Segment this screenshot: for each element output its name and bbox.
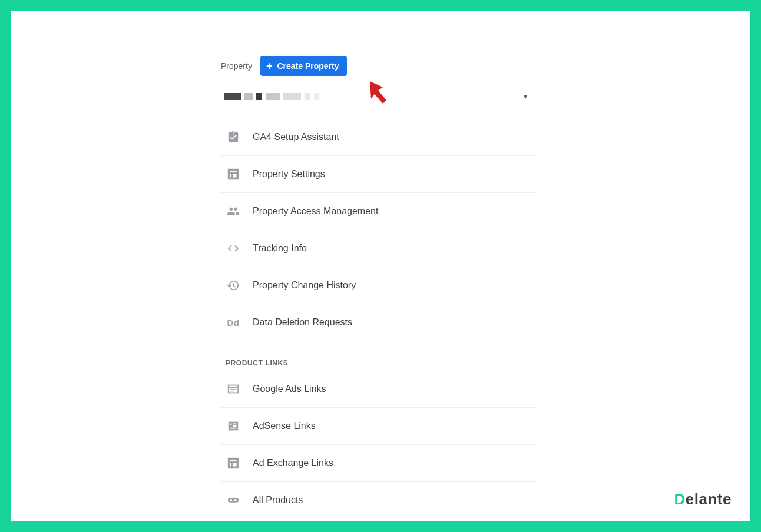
logo-rest: elante <box>686 490 732 508</box>
svg-point-10 <box>230 499 232 501</box>
section-header-product-links: PRODUCT LINKS <box>221 341 536 371</box>
menu-item-label: Ad Exchange Links <box>253 458 333 468</box>
menu-item-property-access-management[interactable]: Property Access Management <box>221 193 536 230</box>
menu-item-all-products[interactable]: All Products <box>221 482 536 518</box>
menu-item-label: Property Change History <box>253 280 356 291</box>
menu-item-label: Tracking Info <box>253 243 307 254</box>
people-icon <box>226 204 241 219</box>
property-admin-panel: Property + Create Property ▼ GA4 Setup A… <box>221 56 536 518</box>
menu-item-tracking-info[interactable]: Tracking Info <box>221 230 536 267</box>
logo-first-letter: D <box>674 490 686 508</box>
menu-item-label: Property Access Management <box>253 206 378 217</box>
menu-item-ad-exchange-links[interactable]: Ad Exchange Links <box>221 445 536 482</box>
layout-icon <box>226 455 241 471</box>
property-label: Property <box>221 61 252 71</box>
property-header: Property + Create Property <box>221 56 536 76</box>
property-selector[interactable]: ▼ <box>221 89 536 108</box>
menu-item-property-settings[interactable]: Property Settings <box>221 156 536 193</box>
delante-logo: Delante <box>674 490 732 508</box>
svg-rect-0 <box>229 385 239 393</box>
menu-item-data-deletion-requests[interactable]: Dd Data Deletion Requests <box>221 304 536 341</box>
link-icon <box>226 493 241 508</box>
menu-item-ga4-setup-assistant[interactable]: GA4 Setup Assistant <box>221 119 536 156</box>
ads-icon <box>226 381 241 397</box>
menu-item-label: Data Deletion Requests <box>253 317 352 328</box>
plus-icon: + <box>266 61 273 71</box>
menu-item-label: All Products <box>253 495 303 506</box>
menu-item-adsense-links[interactable]: AdSense Links <box>221 408 536 445</box>
chevron-down-icon: ▼ <box>522 92 529 101</box>
redacted-property-name <box>221 93 319 100</box>
svg-rect-8 <box>230 428 237 429</box>
history-icon <box>226 278 241 293</box>
clipboard-check-icon <box>226 129 241 145</box>
svg-rect-7 <box>233 425 236 427</box>
dd-icon: Dd <box>226 315 241 330</box>
menu-item-property-change-history[interactable]: Property Change History <box>221 267 536 304</box>
svg-rect-6 <box>233 423 236 424</box>
create-property-button[interactable]: + Create Property <box>260 56 348 76</box>
menu-item-label: GA4 Setup Assistant <box>253 132 339 142</box>
layout-icon <box>226 167 241 182</box>
adsense-icon <box>226 418 241 434</box>
create-property-button-label: Create Property <box>277 61 339 71</box>
property-menu: GA4 Setup Assistant Property Settings Pr… <box>221 119 536 518</box>
menu-item-label: Property Settings <box>253 169 325 179</box>
svg-point-11 <box>234 499 237 501</box>
svg-rect-9 <box>228 498 239 502</box>
code-icon <box>226 241 241 256</box>
menu-item-google-ads-links[interactable]: Google Ads Links <box>221 371 536 408</box>
menu-item-label: AdSense Links <box>253 421 316 431</box>
svg-rect-5 <box>230 423 232 425</box>
menu-item-label: Google Ads Links <box>253 384 326 394</box>
